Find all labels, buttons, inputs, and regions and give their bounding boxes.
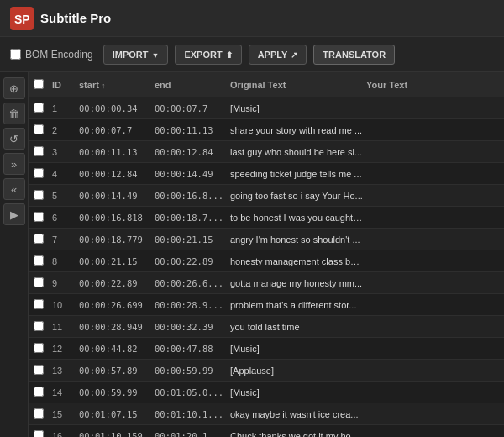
row-start: 00:00:07.7 (77, 125, 153, 135)
add-button[interactable]: ⊕ (3, 77, 25, 99)
row-checkbox[interactable] (34, 124, 44, 134)
row-end: 00:00:28.9... (153, 300, 228, 310)
table-row: 15 00:01:07.15 00:01:10.1... okay maybe … (29, 403, 504, 425)
row-checkbox[interactable] (34, 299, 44, 309)
export-arrow-icon (226, 50, 233, 60)
row-checkbox[interactable] (34, 103, 44, 113)
row-id: 4 (50, 169, 77, 179)
row-id: 9 (50, 278, 77, 288)
row-checkbox-cell[interactable] (32, 299, 50, 311)
row-id: 8 (50, 256, 77, 266)
row-checkbox[interactable] (34, 255, 44, 266)
row-checkbox-cell[interactable] (32, 212, 50, 224)
row-checkbox-cell[interactable] (32, 277, 50, 289)
row-start: 00:00:57.89 (77, 366, 153, 376)
row-checkbox-cell[interactable] (32, 190, 50, 202)
row-checkbox[interactable] (34, 146, 44, 156)
table-header: ID start ↑ end Original Text Your Text (29, 72, 504, 97)
play-button[interactable]: ▶ (3, 203, 25, 225)
row-original: [Music] (228, 387, 365, 398)
row-start: 00:00:16.818 (77, 213, 153, 223)
row-end: 00:00:47.88 (153, 344, 228, 354)
bom-label: BOM Encoding (25, 49, 93, 61)
table-row: 7 00:00:18.779 00:00:21.15 angry I'm hon… (29, 229, 504, 250)
row-checkbox-cell[interactable] (32, 168, 50, 180)
row-checkbox[interactable] (34, 168, 44, 178)
forward-button[interactable]: » (3, 153, 25, 175)
col-checkbox (32, 79, 50, 91)
row-original: honesty management class be... (228, 256, 365, 266)
table-body[interactable]: 1 00:00:00.34 00:00:07.7 [Music] 2 00:00… (29, 97, 504, 437)
row-checkbox-cell[interactable] (32, 408, 50, 420)
row-original: going too fast so i say Your Ho... (228, 191, 365, 201)
row-checkbox[interactable] (34, 387, 44, 397)
row-checkbox[interactable] (34, 430, 44, 438)
row-id: 7 (50, 234, 77, 245)
app-header: SP Subtitle Pro (0, 0, 504, 37)
row-original: you told last time (228, 322, 365, 332)
row-original: [Music] (228, 103, 365, 113)
translator-button[interactable]: TRANSLATOR (313, 45, 395, 65)
table-row: 16 00:01:10.159 00:01:20.1... Chuck than… (29, 425, 504, 437)
row-checkbox-cell[interactable] (32, 365, 50, 376)
table-row: 9 00:00:22.89 00:00:26.6... gotta manage… (29, 272, 504, 294)
app-logo: SP (10, 7, 34, 30)
row-start: 00:00:12.84 (77, 169, 153, 179)
row-checkbox-cell[interactable] (32, 124, 50, 136)
row-original: angry I'm honest so shouldn't ... (228, 234, 365, 245)
row-id: 6 (50, 213, 77, 223)
export-button[interactable]: EXPORT (175, 45, 241, 65)
row-checkbox-cell[interactable] (32, 321, 50, 333)
row-id: 2 (50, 125, 77, 135)
row-checkbox[interactable] (34, 365, 44, 375)
row-original: problem that's a different stor... (228, 300, 365, 310)
subtitle-table: ID start ↑ end Original Text Your Text 1… (29, 72, 504, 437)
refresh-button[interactable]: ↺ (3, 128, 25, 150)
table-row: 1 00:00:00.34 00:00:07.7 [Music] (29, 97, 504, 119)
row-checkbox[interactable] (34, 212, 44, 222)
row-end: 00:00:22.89 (153, 256, 228, 266)
row-start: 00:00:22.89 (77, 278, 153, 288)
col-end: end (153, 80, 228, 90)
row-id: 13 (50, 366, 77, 376)
table-row: 13 00:00:57.89 00:00:59.99 [Applause] (29, 360, 504, 382)
row-checkbox[interactable] (34, 321, 44, 331)
row-checkbox-cell[interactable] (32, 234, 50, 245)
row-end: 00:00:18.7... (153, 213, 228, 223)
row-checkbox-cell[interactable] (32, 387, 50, 398)
row-checkbox[interactable] (34, 408, 44, 419)
row-id: 15 (50, 409, 77, 419)
row-id: 14 (50, 387, 77, 398)
row-end: 00:01:10.1... (153, 409, 228, 419)
row-checkbox-cell[interactable] (32, 146, 50, 158)
back-button[interactable]: « (3, 178, 25, 200)
row-checkbox[interactable] (34, 190, 44, 200)
row-id: 11 (50, 322, 77, 332)
import-button[interactable]: IMPORT (103, 45, 169, 65)
row-checkbox-cell[interactable] (32, 430, 50, 438)
bom-checkbox[interactable] (10, 49, 21, 60)
table-row: 8 00:00:21.15 00:00:22.89 honesty manage… (29, 250, 504, 272)
row-end: 00:01:05.0... (153, 387, 228, 398)
main-layout: ⊕ 🗑 ↺ » « ▶ ID start ↑ end Original Text… (0, 72, 504, 437)
apply-link-icon (291, 50, 297, 60)
col-id: ID (50, 80, 77, 90)
row-checkbox-cell[interactable] (32, 343, 50, 355)
row-start: 00:00:11.13 (77, 147, 153, 157)
row-checkbox[interactable] (34, 343, 44, 353)
row-checkbox-cell[interactable] (32, 255, 50, 267)
row-end: 00:00:12.84 (153, 147, 228, 157)
row-start: 00:00:59.99 (77, 387, 153, 398)
row-start: 00:00:14.49 (77, 191, 153, 201)
row-end: 00:00:32.39 (153, 322, 228, 332)
row-original: speeding ticket judge tells me ... (228, 169, 365, 179)
toolbar: BOM Encoding IMPORT EXPORT APPLY TRANSLA… (0, 37, 504, 72)
row-checkbox[interactable] (34, 277, 44, 287)
table-row: 6 00:00:16.818 00:00:18.7... to be hones… (29, 207, 504, 229)
select-all-checkbox[interactable] (34, 79, 44, 89)
row-checkbox-cell[interactable] (32, 103, 50, 114)
delete-button[interactable]: 🗑 (3, 103, 25, 124)
row-checkbox[interactable] (34, 234, 44, 244)
col-start[interactable]: start ↑ (77, 80, 153, 90)
apply-button[interactable]: APPLY (249, 45, 307, 65)
